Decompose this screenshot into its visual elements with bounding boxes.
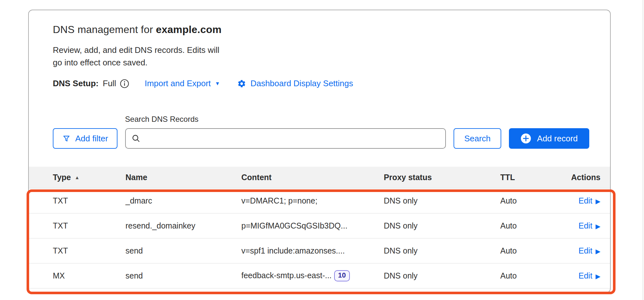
plus-icon bbox=[520, 133, 531, 144]
edit-record-button[interactable]: Edit▶ bbox=[579, 271, 600, 280]
cell-proxy-status: DNS only bbox=[384, 271, 500, 280]
cell-ttl: Auto bbox=[500, 271, 565, 280]
cell-name: send bbox=[125, 246, 241, 255]
import-export-button[interactable]: Import and Export ▼ bbox=[145, 79, 220, 88]
page-title-domain: example.com bbox=[156, 24, 221, 35]
page-title-prefix: DNS management for bbox=[53, 24, 153, 35]
search-field-label: Search DNS Records bbox=[125, 115, 446, 124]
search-button[interactable]: Search bbox=[454, 128, 501, 149]
cell-name: _dmarc bbox=[125, 196, 241, 205]
page-title: DNS management forexample.com bbox=[53, 24, 586, 36]
gear-icon bbox=[237, 79, 246, 88]
cell-actions: Edit▶ bbox=[565, 246, 600, 255]
cell-name: resend._domainkey bbox=[125, 221, 241, 230]
column-header-name[interactable]: Name bbox=[125, 173, 241, 182]
cell-content: v=spf1 include:amazonses.... bbox=[241, 246, 384, 255]
dashboard-display-settings-label: Dashboard Display Settings bbox=[250, 79, 353, 88]
chevron-down-icon: ▼ bbox=[215, 81, 220, 86]
cell-proxy-status: DNS only bbox=[384, 221, 500, 230]
cell-proxy-status: DNS only bbox=[384, 246, 500, 255]
cell-type: TXT bbox=[53, 221, 125, 230]
edit-record-button[interactable]: Edit▶ bbox=[579, 196, 600, 205]
add-filter-button[interactable]: Add filter bbox=[53, 128, 117, 149]
add-filter-label: Add filter bbox=[75, 134, 108, 144]
cell-name: send bbox=[125, 271, 241, 280]
cell-ttl: Auto bbox=[500, 196, 565, 205]
cell-content: v=DMARC1; p=none; bbox=[241, 196, 384, 205]
import-export-label: Import and Export bbox=[145, 79, 211, 88]
chevron-right-icon: ▶ bbox=[596, 247, 600, 254]
table-row-dmarc: TXT _dmarc v=DMARC1; p=none; DNS only Au… bbox=[29, 188, 610, 213]
info-icon[interactable] bbox=[120, 79, 129, 88]
card-header: DNS management forexample.com Review, ad… bbox=[29, 10, 610, 88]
edit-record-button[interactable]: Edit▶ bbox=[579, 221, 600, 230]
dns-management-card: DNS management forexample.com Review, ad… bbox=[28, 10, 611, 293]
table-header-row: Type▲ Name Content Proxy status TTL Acti… bbox=[29, 167, 610, 188]
column-header-ttl[interactable]: TTL bbox=[500, 173, 565, 182]
add-record-label: Add record bbox=[537, 134, 578, 144]
dns-setup-value: Full bbox=[103, 79, 116, 88]
cell-proxy-status: DNS only bbox=[384, 196, 500, 205]
sort-ascending-icon: ▲ bbox=[75, 175, 80, 180]
dns-setup-row: DNS Setup: Full Import and Export ▼ bbox=[53, 79, 586, 88]
table-row-domainkey: TXT resend._domainkey p=MIGfMA0GCSqGSIb3… bbox=[29, 213, 610, 238]
chevron-right-icon: ▶ bbox=[596, 197, 600, 204]
dns-setup-label: DNS Setup: bbox=[53, 79, 99, 88]
table-row-spf: TXT send v=spf1 include:amazonses.... DN… bbox=[29, 238, 610, 263]
cell-content-text: feedback-smtp.us-east-... bbox=[241, 271, 332, 280]
cell-ttl: Auto bbox=[500, 221, 565, 230]
chevron-right-icon: ▶ bbox=[596, 272, 600, 279]
cell-actions: Edit▶ bbox=[565, 196, 600, 205]
table-row-mx: MX send feedback-smtp.us-east-...10 DNS … bbox=[29, 263, 610, 288]
edit-record-button[interactable]: Edit▶ bbox=[579, 246, 600, 255]
cell-actions: Edit▶ bbox=[565, 221, 600, 230]
column-header-content[interactable]: Content bbox=[241, 173, 384, 182]
cell-ttl: Auto bbox=[500, 246, 565, 255]
column-header-actions: Actions bbox=[565, 173, 600, 182]
cell-type: TXT bbox=[53, 246, 125, 255]
dns-management-page: DNS management forexample.com Review, ad… bbox=[0, 0, 644, 300]
table-body: TXT _dmarc v=DMARC1; p=none; DNS only Au… bbox=[29, 188, 610, 288]
cell-type: TXT bbox=[53, 196, 125, 205]
column-header-type[interactable]: Type▲ bbox=[53, 173, 125, 182]
column-header-proxy-status[interactable]: Proxy status bbox=[384, 173, 500, 182]
search-box bbox=[125, 128, 446, 149]
cell-content: feedback-smtp.us-east-...10 bbox=[241, 270, 384, 281]
mx-priority-badge: 10 bbox=[334, 270, 350, 281]
add-record-button[interactable]: Add record bbox=[509, 128, 589, 149]
filter-funnel-icon bbox=[62, 134, 71, 143]
chevron-right-icon: ▶ bbox=[596, 222, 600, 229]
records-toolbar: Add filter Search DNS Records Search bbox=[29, 115, 610, 149]
search-button-label: Search bbox=[464, 134, 490, 144]
page-description: Review, add, and edit DNS records. Edits… bbox=[53, 44, 227, 69]
cell-actions: Edit▶ bbox=[565, 271, 600, 280]
dashboard-display-settings-button[interactable]: Dashboard Display Settings bbox=[237, 79, 353, 88]
scrollbar-track[interactable] bbox=[642, 0, 644, 300]
search-input[interactable] bbox=[125, 128, 446, 149]
cell-type: MX bbox=[53, 271, 125, 280]
search-field-group: Search DNS Records bbox=[125, 115, 446, 149]
cell-content: p=MIGfMA0GCSqGSIb3DQ... bbox=[241, 221, 384, 230]
dns-records-table: Type▲ Name Content Proxy status TTL Acti… bbox=[29, 167, 610, 288]
